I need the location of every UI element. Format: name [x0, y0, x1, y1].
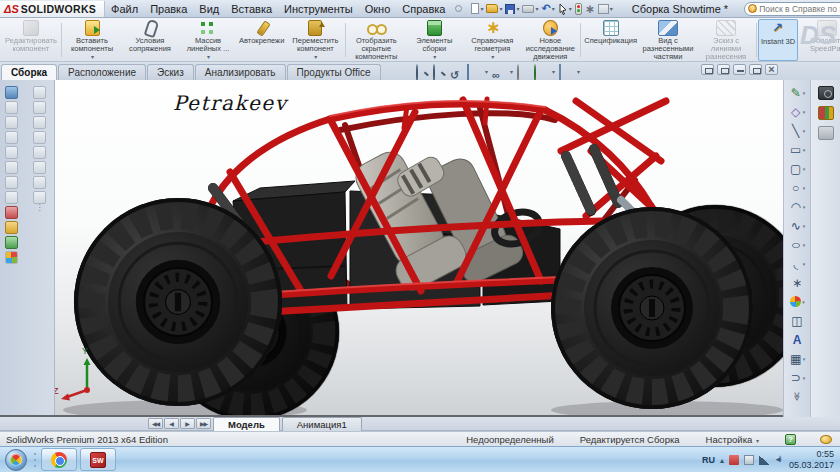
- toolbar-icon[interactable]: [33, 131, 46, 144]
- assembly-tool-icon[interactable]: [5, 86, 18, 99]
- windows-update-icon[interactable]: [744, 455, 754, 465]
- toolbar-icon[interactable]: [5, 131, 18, 144]
- menu-file[interactable]: Файл: [105, 3, 144, 15]
- apply-scene-button[interactable]: [534, 65, 547, 78]
- save-button[interactable]: [504, 4, 520, 14]
- chevron-down-icon[interactable]: [485, 68, 488, 75]
- file-explorer-icon[interactable]: [818, 126, 834, 140]
- sketch-tool-point[interactable]: [790, 273, 804, 292]
- tab-animation1[interactable]: Анимация1: [282, 417, 362, 431]
- sketch-tool-fillet[interactable]: [789, 254, 806, 273]
- task-solidworks-button[interactable]: [80, 448, 116, 471]
- viewport-3d-model[interactable]: Petrakeev: [55, 80, 783, 417]
- volume-icon[interactable]: [774, 455, 784, 465]
- doc-window-icon[interactable]: [717, 64, 730, 75]
- sketch-tool-circle[interactable]: [789, 178, 806, 197]
- tab-layout[interactable]: Расположение: [58, 64, 146, 80]
- toolbar-icon[interactable]: [5, 101, 18, 114]
- options-button[interactable]: [584, 2, 596, 16]
- tab-office-products[interactable]: Продукты Office: [287, 64, 381, 80]
- sketch-tool-text[interactable]: [790, 330, 804, 349]
- sketch-tool-slot[interactable]: [789, 159, 806, 178]
- toolbar-icon[interactable]: [33, 86, 46, 99]
- first-tab-button[interactable]: [148, 418, 163, 429]
- edit-appearance-button[interactable]: [517, 65, 530, 78]
- toolbar-icon[interactable]: [5, 176, 18, 189]
- design-library-icon[interactable]: [818, 106, 834, 120]
- rebuild-button[interactable]: [574, 3, 583, 15]
- sketch-tool-pattern[interactable]: [789, 349, 806, 368]
- toolbar-icon[interactable]: [5, 236, 18, 249]
- tab-sketch[interactable]: Эскиз: [147, 64, 194, 80]
- menu-window[interactable]: Окно: [359, 3, 397, 15]
- next-tab-button[interactable]: [180, 418, 195, 429]
- toolbar-icon[interactable]: [33, 116, 46, 129]
- last-tab-button[interactable]: [196, 418, 211, 429]
- sketch-tool-line[interactable]: [789, 121, 806, 140]
- toolbar-icon[interactable]: [33, 176, 46, 189]
- smart-fasteners-button[interactable]: Автокрепежи: [237, 19, 286, 61]
- new-document-button[interactable]: [470, 3, 484, 14]
- toolbar-icon[interactable]: [5, 251, 18, 264]
- hidden-icons-arrow[interactable]: [720, 455, 724, 465]
- action-center-icon[interactable]: [729, 455, 739, 465]
- edit-component-button[interactable]: Редактировать компонент: [2, 19, 60, 61]
- move-component-button[interactable]: Переместить компонент: [286, 19, 344, 61]
- instant-3d-button[interactable]: Instant 3D: [758, 19, 798, 61]
- sketch-tool-sketch[interactable]: [789, 83, 806, 102]
- insert-components-button[interactable]: Вставить компоненты: [63, 19, 121, 61]
- sketch-tool-arc[interactable]: [789, 197, 806, 216]
- toolbar-icon[interactable]: [5, 206, 18, 219]
- tab-model[interactable]: Модель: [213, 417, 280, 431]
- toolbar-icon[interactable]: [33, 161, 46, 174]
- toolbar-icon[interactable]: [5, 161, 18, 174]
- appearance-tool[interactable]: [789, 292, 805, 311]
- taskbar-chrome-button[interactable]: [41, 448, 77, 471]
- linear-pattern-button[interactable]: Массив линейных ...: [179, 19, 237, 61]
- undo-button[interactable]: [540, 2, 555, 15]
- graphics-viewport[interactable]: Petrakeev: [55, 80, 783, 417]
- customize-menu[interactable]: Настройка: [706, 434, 759, 445]
- menu-insert[interactable]: Вставка: [225, 3, 278, 15]
- toolbar-grip-handle[interactable]: [36, 206, 44, 210]
- explode-line-sketch-button[interactable]: Эскиз с линиями разнесения: [697, 19, 755, 61]
- doc-close-button[interactable]: [765, 64, 778, 75]
- menu-tools[interactable]: Инструменты: [278, 3, 359, 15]
- toolbar-icon[interactable]: [5, 221, 18, 234]
- sketch-tool-offset[interactable]: [789, 368, 806, 387]
- doc-window-icon[interactable]: [701, 64, 714, 75]
- sketch-tool-ellipse[interactable]: [789, 235, 806, 254]
- doc-minimize-button[interactable]: [733, 64, 746, 75]
- toolbar-icon[interactable]: [5, 191, 18, 204]
- language-indicator[interactable]: RU: [702, 455, 715, 465]
- sketch-tool-rectangle[interactable]: [789, 140, 806, 159]
- assembly-features-button[interactable]: Элементы сборки: [405, 19, 463, 61]
- menu-help[interactable]: Справка: [396, 3, 451, 15]
- toolbar-icon[interactable]: [5, 146, 18, 159]
- reference-geometry-button[interactable]: Справочная геометрия: [463, 19, 521, 61]
- tab-evaluate[interactable]: Анализировать: [195, 64, 286, 80]
- taskbar-clock[interactable]: 0:55 05.03.2017: [789, 449, 834, 470]
- toolbar-icon[interactable]: [33, 146, 46, 159]
- property-manager-button[interactable]: [597, 4, 614, 14]
- toolbar-icon[interactable]: [33, 191, 46, 204]
- select-button[interactable]: [557, 3, 573, 15]
- doc-restore-button[interactable]: [749, 64, 762, 75]
- start-button[interactable]: [5, 449, 27, 471]
- show-hidden-components-button[interactable]: Отобразить скрытые компоненты: [347, 19, 405, 61]
- sketch-tool-spline[interactable]: [789, 216, 806, 235]
- chevron-down-icon[interactable]: [577, 68, 580, 75]
- previous-tab-button[interactable]: [164, 418, 179, 429]
- toolbar-icon[interactable]: [33, 101, 46, 114]
- bill-of-materials-button[interactable]: Спецификация: [582, 19, 639, 61]
- chevron-down-icon[interactable]: [552, 68, 555, 75]
- quick-tips-icon[interactable]: [785, 434, 796, 445]
- menu-edit[interactable]: Правка: [144, 3, 193, 15]
- print-button[interactable]: [521, 5, 539, 13]
- toolbar-icon[interactable]: [5, 116, 18, 129]
- chevron-down-icon[interactable]: [510, 68, 513, 75]
- search-input[interactable]: [757, 4, 840, 14]
- view-settings-button[interactable]: [559, 65, 572, 78]
- network-signal-icon[interactable]: [759, 455, 769, 465]
- help-search-box[interactable]: [744, 2, 840, 16]
